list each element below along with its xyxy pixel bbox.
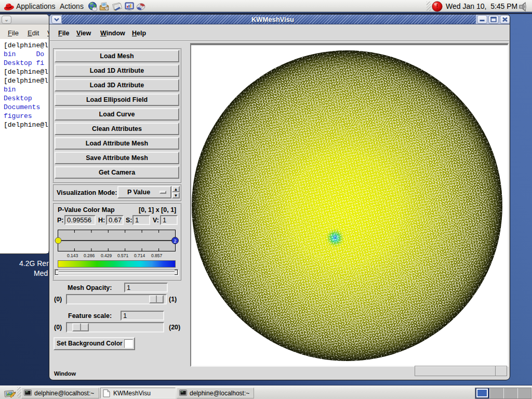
svg-text:2: 2 (174, 238, 176, 244)
